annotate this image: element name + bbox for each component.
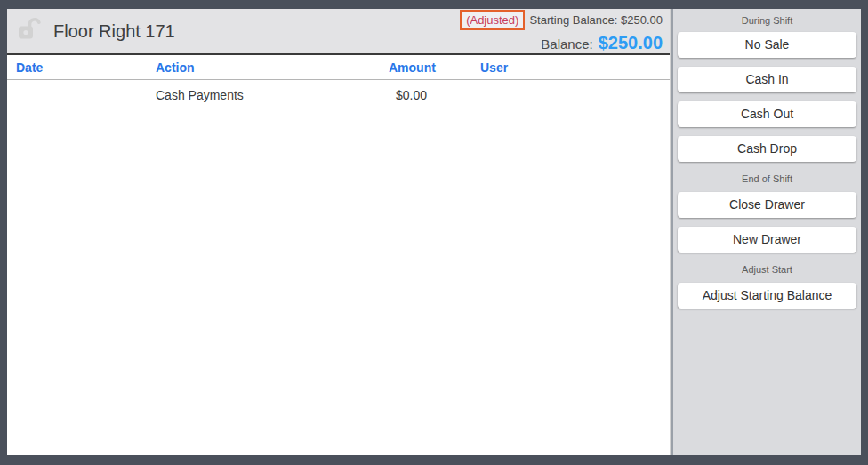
transactions-table-header: Date Action Amount User (7, 55, 670, 80)
section-label-adjust-start: Adjust Start (673, 264, 861, 276)
section-label-during-shift: During Shift (673, 15, 861, 27)
no-sale-button[interactable]: No Sale (678, 32, 856, 58)
unlocked-padlock-icon (16, 17, 43, 47)
cash-out-button[interactable]: Cash Out (678, 101, 856, 127)
new-drawer-button[interactable]: New Drawer (678, 227, 856, 253)
section-label-end-of-shift: End of Shift (673, 173, 861, 185)
adjust-starting-balance-button[interactable]: Adjust Starting Balance (678, 283, 856, 309)
adjusted-badge: (Adjusted) (460, 10, 525, 30)
balance-label: Balance: (541, 36, 592, 52)
column-header-date: Date (16, 60, 156, 75)
column-header-action: Action (156, 60, 389, 75)
drawer-title: Floor Right 171 (53, 21, 175, 42)
cash-in-button[interactable]: Cash In (678, 67, 856, 92)
cell-action: Cash Payments (156, 88, 389, 102)
drawer-actions-sidebar: During Shift No Sale Cash In Cash Out Ca… (673, 9, 861, 455)
cash-drop-button[interactable]: Cash Drop (678, 136, 856, 162)
drawer-header: Floor Right 171 (Adjusted) Starting Bala… (7, 9, 670, 55)
drawer-panel: Floor Right 171 (Adjusted) Starting Bala… (7, 9, 670, 455)
table-row: Cash Payments $0.00 (7, 80, 670, 110)
transactions-table-body: Cash Payments $0.00 (7, 80, 670, 455)
column-header-amount: Amount (389, 60, 427, 75)
close-drawer-button[interactable]: Close Drawer (678, 192, 856, 218)
balance-summary: (Adjusted) Starting Balance: $250.00 Bal… (460, 10, 663, 53)
balance-value: $250.00 (599, 33, 663, 53)
starting-balance-text: Starting Balance: $250.00 (529, 13, 663, 27)
cell-amount: $0.00 (389, 88, 427, 102)
column-header-user: User (427, 60, 670, 75)
